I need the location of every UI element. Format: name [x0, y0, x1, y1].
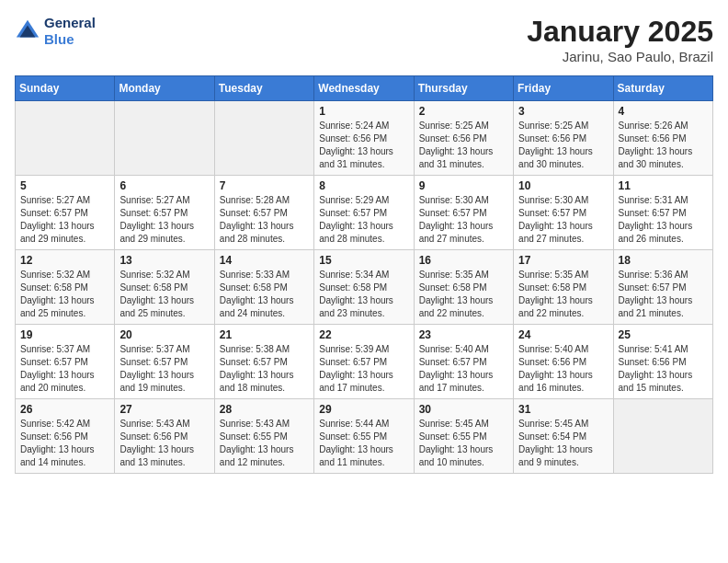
weekday-header-wednesday: Wednesday [314, 76, 414, 101]
day-detail: Sunrise: 5:38 AM Sunset: 6:57 PM Dayligh… [220, 343, 309, 395]
page-header: General Blue January 2025 Jarinu, Sao Pa… [15, 15, 713, 64]
day-number: 5 [20, 179, 109, 192]
day-number: 20 [119, 328, 209, 341]
weekday-header-monday: Monday [115, 76, 214, 101]
calendar-cell: 30Sunrise: 5:45 AM Sunset: 6:55 PM Dayli… [414, 399, 513, 474]
calendar-cell: 19Sunrise: 5:37 AM Sunset: 6:57 PM Dayli… [16, 325, 115, 399]
month-title: January 2025 [527, 15, 713, 49]
day-detail: Sunrise: 5:25 AM Sunset: 6:56 PM Dayligh… [419, 120, 508, 171]
day-number: 27 [119, 403, 209, 416]
day-number: 9 [419, 179, 508, 192]
day-detail: Sunrise: 5:45 AM Sunset: 6:55 PM Dayligh… [419, 418, 508, 469]
day-detail: Sunrise: 5:32 AM Sunset: 6:58 PM Dayligh… [20, 269, 109, 320]
day-number: 15 [319, 254, 408, 267]
weekday-header-tuesday: Tuesday [214, 76, 313, 101]
day-detail: Sunrise: 5:36 AM Sunset: 6:57 PM Dayligh… [619, 269, 708, 320]
day-detail: Sunrise: 5:32 AM Sunset: 6:58 PM Dayligh… [119, 269, 209, 320]
calendar-cell: 3Sunrise: 5:25 AM Sunset: 6:56 PM Daylig… [514, 101, 613, 176]
weekday-header-friday: Friday [514, 76, 613, 101]
day-number: 6 [119, 179, 209, 192]
day-detail: Sunrise: 5:29 AM Sunset: 6:57 PM Dayligh… [319, 194, 408, 246]
day-detail: Sunrise: 5:30 AM Sunset: 6:57 PM Dayligh… [518, 194, 608, 246]
calendar-cell: 24Sunrise: 5:40 AM Sunset: 6:56 PM Dayli… [514, 325, 613, 399]
day-number: 29 [319, 403, 408, 416]
calendar-week-2: 5Sunrise: 5:27 AM Sunset: 6:57 PM Daylig… [16, 176, 713, 250]
calendar-cell: 22Sunrise: 5:39 AM Sunset: 6:57 PM Dayli… [314, 325, 414, 399]
day-detail: Sunrise: 5:40 AM Sunset: 6:57 PM Dayligh… [419, 343, 508, 395]
location: Jarinu, Sao Paulo, Brazil [527, 49, 713, 64]
day-number: 24 [518, 328, 608, 341]
day-number: 30 [419, 403, 508, 416]
calendar-week-1: 1Sunrise: 5:24 AM Sunset: 6:56 PM Daylig… [16, 101, 713, 176]
calendar-cell: 21Sunrise: 5:38 AM Sunset: 6:57 PM Dayli… [214, 325, 313, 399]
calendar-cell: 20Sunrise: 5:37 AM Sunset: 6:57 PM Dayli… [115, 325, 214, 399]
day-number: 11 [619, 179, 708, 192]
title-block: January 2025 Jarinu, Sao Paulo, Brazil [527, 15, 713, 64]
day-detail: Sunrise: 5:28 AM Sunset: 6:57 PM Dayligh… [220, 194, 309, 246]
day-detail: Sunrise: 5:35 AM Sunset: 6:58 PM Dayligh… [419, 269, 508, 320]
calendar-cell: 18Sunrise: 5:36 AM Sunset: 6:57 PM Dayli… [613, 250, 712, 325]
day-detail: Sunrise: 5:25 AM Sunset: 6:56 PM Dayligh… [518, 120, 608, 171]
calendar-week-4: 19Sunrise: 5:37 AM Sunset: 6:57 PM Dayli… [16, 325, 713, 399]
day-detail: Sunrise: 5:31 AM Sunset: 6:57 PM Dayligh… [619, 194, 708, 246]
logo: General Blue [15, 15, 96, 48]
day-detail: Sunrise: 5:30 AM Sunset: 6:57 PM Dayligh… [419, 194, 508, 246]
day-detail: Sunrise: 5:27 AM Sunset: 6:57 PM Dayligh… [20, 194, 109, 246]
day-detail: Sunrise: 5:24 AM Sunset: 6:56 PM Dayligh… [319, 120, 408, 171]
calendar-table: SundayMondayTuesdayWednesdayThursdayFrid… [15, 75, 713, 474]
day-number: 18 [619, 254, 708, 267]
day-detail: Sunrise: 5:26 AM Sunset: 6:56 PM Dayligh… [619, 120, 708, 171]
calendar-cell [613, 399, 712, 474]
day-detail: Sunrise: 5:45 AM Sunset: 6:54 PM Dayligh… [518, 418, 608, 469]
calendar-cell: 6Sunrise: 5:27 AM Sunset: 6:57 PM Daylig… [115, 176, 214, 250]
calendar-cell: 11Sunrise: 5:31 AM Sunset: 6:57 PM Dayli… [613, 176, 712, 250]
calendar-header: SundayMondayTuesdayWednesdayThursdayFrid… [16, 76, 713, 101]
weekday-row: SundayMondayTuesdayWednesdayThursdayFrid… [16, 76, 713, 101]
day-detail: Sunrise: 5:43 AM Sunset: 6:55 PM Dayligh… [220, 418, 309, 469]
calendar-cell: 10Sunrise: 5:30 AM Sunset: 6:57 PM Dayli… [514, 176, 613, 250]
calendar-cell: 5Sunrise: 5:27 AM Sunset: 6:57 PM Daylig… [16, 176, 115, 250]
calendar-cell [115, 101, 214, 176]
day-number: 3 [518, 105, 608, 118]
day-detail: Sunrise: 5:39 AM Sunset: 6:57 PM Dayligh… [319, 343, 408, 395]
day-number: 10 [518, 179, 608, 192]
calendar-body: 1Sunrise: 5:24 AM Sunset: 6:56 PM Daylig… [16, 101, 713, 474]
calendar-cell: 26Sunrise: 5:42 AM Sunset: 6:56 PM Dayli… [16, 399, 115, 474]
day-detail: Sunrise: 5:43 AM Sunset: 6:56 PM Dayligh… [119, 418, 209, 469]
day-detail: Sunrise: 5:37 AM Sunset: 6:57 PM Dayligh… [20, 343, 109, 395]
day-number: 7 [220, 179, 309, 192]
calendar-cell: 4Sunrise: 5:26 AM Sunset: 6:56 PM Daylig… [613, 101, 712, 176]
day-number: 14 [220, 254, 309, 267]
calendar-cell [214, 101, 313, 176]
day-detail: Sunrise: 5:42 AM Sunset: 6:56 PM Dayligh… [20, 418, 109, 469]
calendar-cell: 7Sunrise: 5:28 AM Sunset: 6:57 PM Daylig… [214, 176, 313, 250]
logo-icon [15, 18, 40, 44]
day-number: 23 [419, 328, 508, 341]
logo-text-general: General [44, 15, 96, 31]
calendar-cell: 1Sunrise: 5:24 AM Sunset: 6:56 PM Daylig… [314, 101, 414, 176]
calendar-cell: 23Sunrise: 5:40 AM Sunset: 6:57 PM Dayli… [414, 325, 513, 399]
calendar-cell: 17Sunrise: 5:35 AM Sunset: 6:58 PM Dayli… [514, 250, 613, 325]
day-detail: Sunrise: 5:35 AM Sunset: 6:58 PM Dayligh… [518, 269, 608, 320]
calendar-cell: 2Sunrise: 5:25 AM Sunset: 6:56 PM Daylig… [414, 101, 513, 176]
calendar-cell: 25Sunrise: 5:41 AM Sunset: 6:56 PM Dayli… [613, 325, 712, 399]
day-detail: Sunrise: 5:41 AM Sunset: 6:56 PM Dayligh… [619, 343, 708, 395]
calendar-week-3: 12Sunrise: 5:32 AM Sunset: 6:58 PM Dayli… [16, 250, 713, 325]
calendar-cell: 8Sunrise: 5:29 AM Sunset: 6:57 PM Daylig… [314, 176, 414, 250]
calendar-week-5: 26Sunrise: 5:42 AM Sunset: 6:56 PM Dayli… [16, 399, 713, 474]
day-number: 12 [20, 254, 109, 267]
day-number: 8 [319, 179, 408, 192]
calendar-cell: 13Sunrise: 5:32 AM Sunset: 6:58 PM Dayli… [115, 250, 214, 325]
day-detail: Sunrise: 5:34 AM Sunset: 6:58 PM Dayligh… [319, 269, 408, 320]
day-number: 25 [619, 328, 708, 341]
calendar-cell: 29Sunrise: 5:44 AM Sunset: 6:55 PM Dayli… [314, 399, 414, 474]
calendar-cell [16, 101, 115, 176]
day-number: 26 [20, 403, 109, 416]
day-number: 4 [619, 105, 708, 118]
day-detail: Sunrise: 5:33 AM Sunset: 6:58 PM Dayligh… [220, 269, 309, 320]
weekday-header-saturday: Saturday [613, 76, 712, 101]
day-number: 2 [419, 105, 508, 118]
logo-text-blue: Blue [44, 31, 96, 48]
day-number: 21 [220, 328, 309, 341]
calendar-cell: 15Sunrise: 5:34 AM Sunset: 6:58 PM Dayli… [314, 250, 414, 325]
